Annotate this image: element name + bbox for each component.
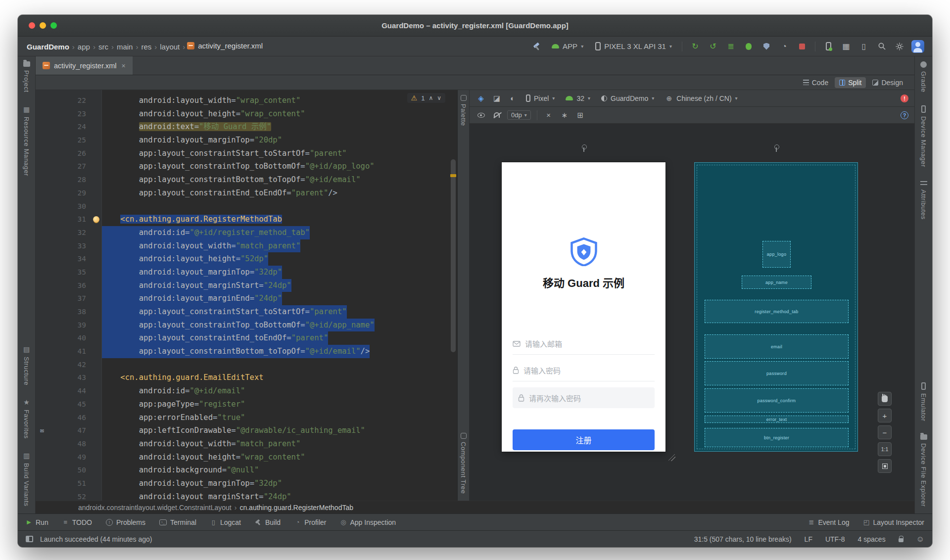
logcat-tool-icon[interactable]: ▯ bbox=[858, 41, 870, 52]
toolwindow-run[interactable]: ▶Run bbox=[26, 518, 48, 526]
resize-handle[interactable] bbox=[668, 454, 675, 461]
code-line[interactable]: 32 android:id="@+id/register_method_tab" bbox=[36, 226, 457, 239]
toolwindow-layout-inspector[interactable]: ◰Layout Inspector bbox=[863, 518, 924, 526]
line-number[interactable]: 45 bbox=[48, 398, 90, 411]
line-number[interactable]: 40 bbox=[48, 331, 90, 345]
toolwindow-problems[interactable]: !Problems bbox=[106, 518, 145, 526]
orientation-icon[interactable]: ◐ bbox=[507, 93, 518, 104]
line-number[interactable]: 27 bbox=[48, 160, 90, 173]
scene-config-icon[interactable] bbox=[776, 147, 777, 152]
scene-config-icon[interactable] bbox=[583, 147, 584, 152]
line-number[interactable]: 46 bbox=[48, 411, 90, 424]
default-margins-selector[interactable]: 0dp ▾ bbox=[507, 110, 531, 120]
readonly-lock-icon[interactable] bbox=[899, 538, 903, 542]
line-number[interactable]: 43 bbox=[48, 371, 90, 384]
profile-low-overhead-icon[interactable] bbox=[760, 41, 772, 52]
line-number[interactable]: 31 bbox=[48, 213, 90, 226]
app-logo-shield-icon[interactable] bbox=[570, 237, 597, 266]
code-line[interactable]: 46 app:errorEnabled="true" bbox=[36, 411, 457, 424]
code-line[interactable]: 33 android:layout_width="match_parent" bbox=[36, 239, 457, 253]
blueprint-root[interactable]: app_logoapp_nameregister_method_tabemail… bbox=[694, 162, 858, 452]
settings-gear-icon[interactable] bbox=[894, 41, 905, 52]
tool-stripe-gradle[interactable]: Gradle bbox=[920, 61, 927, 93]
code-line[interactable]: 29 app:layout_constraintEnd_toEndOf="par… bbox=[36, 187, 457, 200]
blueprint-password_confirm[interactable]: password_confirm bbox=[705, 388, 849, 413]
search-icon[interactable] bbox=[876, 41, 888, 52]
code-line[interactable]: 30 bbox=[36, 200, 457, 213]
zoom-out-button[interactable]: − bbox=[878, 425, 892, 439]
build-hammer-icon[interactable] bbox=[531, 41, 543, 52]
tool-stripe-project[interactable]: Project bbox=[23, 61, 30, 93]
toolwindow-profiler[interactable]: ◔Profiler bbox=[294, 518, 326, 526]
device-selector[interactable]: PIXEL 3 XL API 31 ▾ bbox=[592, 41, 675, 52]
blueprint-app_name[interactable]: app_name bbox=[742, 276, 811, 289]
blueprint-password[interactable]: password bbox=[705, 361, 849, 385]
run-config-selector[interactable]: APP ▾ bbox=[549, 41, 586, 52]
line-number[interactable]: 33 bbox=[48, 239, 90, 253]
app-name-preview[interactable]: 移动 Guard 示例 bbox=[502, 274, 665, 290]
line-number[interactable]: 47 bbox=[48, 424, 90, 437]
breadcrumb-item[interactable]: GuardDemo bbox=[26, 43, 70, 51]
line-number[interactable]: 23 bbox=[48, 107, 90, 121]
toolwindow-terminal[interactable]: ›_Terminal bbox=[159, 518, 196, 526]
code-line[interactable]: 51 android:layout_marginTop="32dp" bbox=[36, 477, 457, 490]
password-confirm-input-preview[interactable]: 请再次输入密码 bbox=[513, 387, 655, 408]
mode-design[interactable]: Design bbox=[868, 77, 907, 88]
breadcrumb-item[interactable]: main bbox=[116, 43, 134, 51]
file-encoding[interactable]: UTF-8 bbox=[825, 535, 845, 543]
blueprint-register_method_tab[interactable]: register_method_tab bbox=[705, 300, 849, 323]
intention-bulb-icon[interactable] bbox=[93, 216, 99, 223]
code-line[interactable]: 38 app:layout_constraintStart_toStartOf=… bbox=[36, 305, 457, 319]
code-line[interactable]: ✉47 app:leftIconDrawable="@drawable/ic_a… bbox=[36, 424, 457, 437]
code-line[interactable]: 41 app:layout_constraintBottom_toTopOf="… bbox=[36, 345, 457, 358]
code-line[interactable]: 23 android:layout_height="wrap_content" bbox=[36, 107, 457, 121]
line-number[interactable]: 41 bbox=[48, 345, 90, 358]
tool-stripe-device-file-explorer[interactable]: Device File Explorer bbox=[920, 434, 927, 507]
pan-hand-button[interactable] bbox=[878, 392, 892, 406]
password-input-preview[interactable]: 请输入密码 bbox=[513, 360, 655, 381]
issue-panel-icon[interactable]: ! bbox=[901, 94, 908, 102]
apply-code-changes-icon[interactable]: ≣ bbox=[725, 41, 737, 52]
line-number[interactable]: 52 bbox=[48, 490, 90, 501]
code-line[interactable]: 39 app:layout_constraintTop_toBottomOf="… bbox=[36, 319, 457, 332]
profiler-icon[interactable]: ◔ bbox=[778, 41, 790, 52]
line-number[interactable]: 48 bbox=[48, 437, 90, 451]
line-separator[interactable]: LF bbox=[805, 535, 812, 543]
inspection-widget[interactable]: ⚠ 1 ∧ ∨ bbox=[407, 93, 445, 103]
tool-stripe-structure[interactable]: ▤Structure bbox=[23, 345, 30, 385]
register-button-preview[interactable]: 注册 bbox=[513, 429, 655, 450]
code-line[interactable]: 22 android:layout_width="wrap_content" bbox=[36, 94, 457, 107]
sdk-manager-icon[interactable]: ▦ bbox=[840, 41, 852, 52]
toolwindow-todo[interactable]: ≡TODO bbox=[62, 518, 92, 526]
code-line[interactable]: 50 android:background="@null" bbox=[36, 464, 457, 477]
next-issue-icon[interactable]: ∨ bbox=[437, 94, 441, 101]
user-avatar[interactable] bbox=[911, 40, 924, 53]
device-manager-icon[interactable] bbox=[822, 41, 834, 52]
titlebar[interactable]: GuardDemo – activity_register.xml [Guard… bbox=[18, 15, 932, 37]
apply-changes-icon[interactable]: ↺ bbox=[707, 41, 719, 52]
feedback-smiley-icon[interactable]: ☺ bbox=[916, 535, 924, 544]
code-line[interactable]: 35 android:layout_marginTop="32dp" bbox=[36, 266, 457, 279]
blueprint-error_text[interactable]: error_text bbox=[705, 416, 849, 423]
locale-selector[interactable]: ⊕ Chinese (zh / CN) ▾ bbox=[662, 93, 740, 104]
scrollbar-thumb[interactable] bbox=[451, 159, 456, 352]
code-line[interactable]: 43 <cn.authing.guard.EmailEditText bbox=[36, 371, 457, 384]
caret-position[interactable]: 31:5 (507 chars, 10 line breaks) bbox=[694, 535, 792, 543]
blueprint-email[interactable]: email bbox=[705, 334, 849, 359]
code-line[interactable]: 36 android:layout_marginStart="24dp" bbox=[36, 279, 457, 292]
line-number[interactable]: 51 bbox=[48, 477, 90, 490]
breadcrumb-item[interactable]: layout bbox=[159, 43, 181, 51]
email-input-preview[interactable]: 请输入邮箱 bbox=[513, 333, 655, 355]
editor-breadcrumb-item[interactable]: androidx.constraintlayout.widget.Constra… bbox=[78, 504, 232, 512]
error-stripe-mark[interactable] bbox=[450, 174, 456, 177]
line-number[interactable]: 24 bbox=[48, 120, 90, 134]
blueprint-btn_register[interactable]: btn_register bbox=[705, 428, 849, 447]
palette-tab[interactable]: Palette bbox=[460, 95, 467, 126]
code-line[interactable]: 52 android:layout_marginStart="24dp" bbox=[36, 490, 457, 501]
code-line[interactable]: 42 bbox=[36, 358, 457, 372]
code-line[interactable]: 40 app:layout_constraintEnd_toEndOf="par… bbox=[36, 331, 457, 345]
tool-stripe-favorites[interactable]: ★Favorites bbox=[23, 398, 30, 439]
code-editor[interactable]: 22 android:layout_width="wrap_content"23… bbox=[36, 90, 457, 501]
code-line[interactable]: 27 app:layout_constraintTop_toBottomOf="… bbox=[36, 160, 457, 173]
tool-stripe-attributes[interactable]: Attributes bbox=[920, 180, 927, 220]
